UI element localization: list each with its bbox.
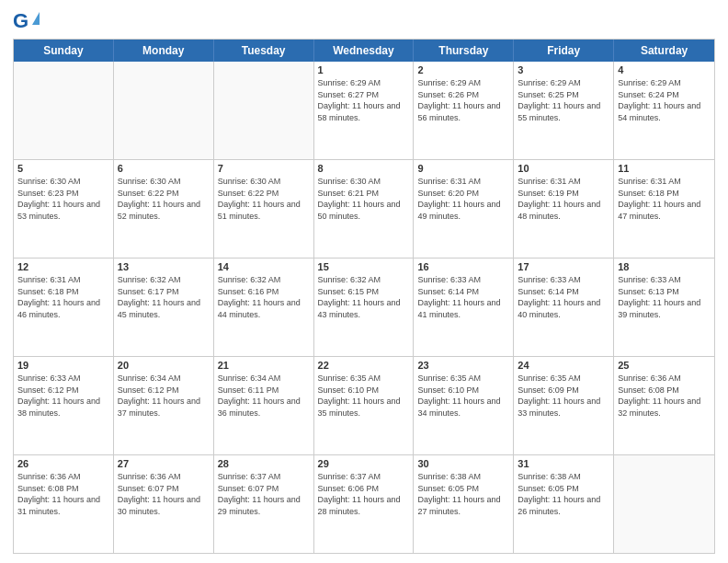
day-cell-20: 20Sunrise: 6:34 AM Sunset: 6:12 PM Dayli… [114, 357, 214, 454]
day-cell-7: 7Sunrise: 6:30 AM Sunset: 6:22 PM Daylig… [214, 160, 314, 258]
day-info: Sunrise: 6:30 AM Sunset: 6:22 PM Dayligh… [218, 176, 310, 222]
weekday-header-thursday: Thursday [414, 40, 514, 62]
day-info: Sunrise: 6:32 AM Sunset: 6:16 PM Dayligh… [218, 274, 310, 320]
day-info: Sunrise: 6:33 AM Sunset: 6:14 PM Dayligh… [518, 274, 609, 320]
day-number: 11 [618, 163, 711, 174]
day-cell-empty-4-6 [614, 455, 714, 553]
day-info: Sunrise: 6:29 AM Sunset: 6:27 PM Dayligh… [318, 77, 410, 123]
day-cell-18: 18Sunrise: 6:33 AM Sunset: 6:13 PM Dayli… [614, 259, 714, 356]
day-number: 7 [218, 163, 310, 174]
day-number: 29 [318, 458, 410, 469]
day-info: Sunrise: 6:38 AM Sunset: 6:05 PM Dayligh… [518, 471, 609, 517]
day-cell-1: 1Sunrise: 6:29 AM Sunset: 6:27 PM Daylig… [314, 62, 415, 159]
day-number: 27 [118, 458, 210, 469]
page: G SundayMondayTuesdayWednesdayThursdayFr… [0, 0, 728, 563]
day-info: Sunrise: 6:31 AM Sunset: 6:18 PM Dayligh… [618, 176, 711, 222]
day-cell-31: 31Sunrise: 6:38 AM Sunset: 6:05 PM Dayli… [514, 455, 614, 553]
weekday-header-wednesday: Wednesday [314, 40, 415, 62]
day-info: Sunrise: 6:32 AM Sunset: 6:17 PM Dayligh… [118, 274, 210, 320]
day-info: Sunrise: 6:36 AM Sunset: 6:07 PM Dayligh… [118, 471, 210, 517]
day-cell-24: 24Sunrise: 6:35 AM Sunset: 6:09 PM Dayli… [514, 357, 614, 454]
day-cell-28: 28Sunrise: 6:37 AM Sunset: 6:07 PM Dayli… [214, 455, 314, 553]
day-number: 9 [417, 163, 509, 174]
day-cell-26: 26Sunrise: 6:36 AM Sunset: 6:08 PM Dayli… [14, 455, 114, 553]
day-info: Sunrise: 6:31 AM Sunset: 6:20 PM Dayligh… [417, 176, 509, 222]
calendar-body: 1Sunrise: 6:29 AM Sunset: 6:27 PM Daylig… [14, 62, 714, 553]
header: G [13, 9, 715, 33]
day-cell-5: 5Sunrise: 6:30 AM Sunset: 6:23 PM Daylig… [14, 160, 114, 258]
day-info: Sunrise: 6:29 AM Sunset: 6:25 PM Dayligh… [518, 77, 609, 123]
day-number: 22 [318, 360, 410, 371]
day-info: Sunrise: 6:30 AM Sunset: 6:21 PM Dayligh… [318, 176, 410, 222]
day-number: 5 [17, 163, 109, 174]
day-number: 8 [318, 163, 410, 174]
day-cell-empty-0-1 [114, 62, 214, 159]
day-number: 30 [417, 458, 509, 469]
weekday-header-saturday: Saturday [614, 40, 714, 62]
day-number: 16 [417, 261, 509, 272]
day-number: 20 [118, 360, 210, 371]
day-number: 25 [618, 360, 711, 371]
day-info: Sunrise: 6:35 AM Sunset: 6:09 PM Dayligh… [518, 373, 609, 419]
day-number: 6 [118, 163, 210, 174]
day-cell-2: 2Sunrise: 6:29 AM Sunset: 6:26 PM Daylig… [414, 62, 514, 159]
day-number: 14 [218, 261, 310, 272]
day-cell-19: 19Sunrise: 6:33 AM Sunset: 6:12 PM Dayli… [14, 357, 114, 454]
day-cell-16: 16Sunrise: 6:33 AM Sunset: 6:14 PM Dayli… [414, 259, 514, 356]
day-info: Sunrise: 6:33 AM Sunset: 6:14 PM Dayligh… [417, 274, 509, 320]
day-number: 23 [417, 360, 509, 371]
day-info: Sunrise: 6:35 AM Sunset: 6:10 PM Dayligh… [417, 373, 509, 419]
day-number: 18 [618, 261, 711, 272]
day-info: Sunrise: 6:33 AM Sunset: 6:12 PM Dayligh… [17, 373, 109, 419]
day-cell-11: 11Sunrise: 6:31 AM Sunset: 6:18 PM Dayli… [614, 160, 714, 258]
day-cell-14: 14Sunrise: 6:32 AM Sunset: 6:16 PM Dayli… [214, 259, 314, 356]
day-number: 17 [518, 261, 609, 272]
day-number: 12 [17, 261, 109, 272]
day-cell-12: 12Sunrise: 6:31 AM Sunset: 6:18 PM Dayli… [14, 259, 114, 356]
day-number: 21 [218, 360, 310, 371]
calendar-row-4: 26Sunrise: 6:36 AM Sunset: 6:08 PM Dayli… [14, 455, 714, 553]
day-info: Sunrise: 6:34 AM Sunset: 6:11 PM Dayligh… [218, 373, 310, 419]
day-cell-29: 29Sunrise: 6:37 AM Sunset: 6:06 PM Dayli… [314, 455, 415, 553]
calendar-header: SundayMondayTuesdayWednesdayThursdayFrid… [14, 40, 714, 62]
day-number: 31 [518, 458, 609, 469]
logo-triangle-icon [32, 12, 40, 25]
weekday-header-tuesday: Tuesday [214, 40, 314, 62]
logo-text-lines [29, 12, 40, 30]
day-info: Sunrise: 6:29 AM Sunset: 6:24 PM Dayligh… [618, 77, 711, 123]
calendar-row-3: 19Sunrise: 6:33 AM Sunset: 6:12 PM Dayli… [14, 357, 714, 455]
day-info: Sunrise: 6:35 AM Sunset: 6:10 PM Dayligh… [318, 373, 410, 419]
day-cell-8: 8Sunrise: 6:30 AM Sunset: 6:21 PM Daylig… [314, 160, 415, 258]
day-cell-empty-0-2 [214, 62, 314, 159]
day-cell-3: 3Sunrise: 6:29 AM Sunset: 6:25 PM Daylig… [514, 62, 614, 159]
calendar-row-2: 12Sunrise: 6:31 AM Sunset: 6:18 PM Dayli… [14, 259, 714, 357]
weekday-header-friday: Friday [514, 40, 614, 62]
calendar-row-0: 1Sunrise: 6:29 AM Sunset: 6:27 PM Daylig… [14, 62, 714, 160]
day-info: Sunrise: 6:30 AM Sunset: 6:22 PM Dayligh… [118, 176, 210, 222]
day-info: Sunrise: 6:30 AM Sunset: 6:23 PM Dayligh… [17, 176, 109, 222]
logo-letter-g: G [13, 9, 28, 33]
weekday-header-sunday: Sunday [14, 40, 114, 62]
day-cell-9: 9Sunrise: 6:31 AM Sunset: 6:20 PM Daylig… [414, 160, 514, 258]
day-cell-30: 30Sunrise: 6:38 AM Sunset: 6:05 PM Dayli… [414, 455, 514, 553]
day-cell-empty-0-0 [14, 62, 114, 159]
day-number: 2 [417, 64, 509, 75]
day-number: 1 [318, 64, 410, 75]
day-cell-25: 25Sunrise: 6:36 AM Sunset: 6:08 PM Dayli… [614, 357, 714, 454]
day-info: Sunrise: 6:29 AM Sunset: 6:26 PM Dayligh… [417, 77, 509, 123]
day-info: Sunrise: 6:36 AM Sunset: 6:08 PM Dayligh… [618, 373, 711, 419]
day-info: Sunrise: 6:33 AM Sunset: 6:13 PM Dayligh… [618, 274, 711, 320]
day-number: 24 [518, 360, 609, 371]
day-number: 28 [218, 458, 310, 469]
day-cell-21: 21Sunrise: 6:34 AM Sunset: 6:11 PM Dayli… [214, 357, 314, 454]
day-cell-10: 10Sunrise: 6:31 AM Sunset: 6:19 PM Dayli… [514, 160, 614, 258]
day-number: 13 [118, 261, 210, 272]
day-number: 15 [318, 261, 410, 272]
logo: G [13, 9, 40, 33]
day-cell-22: 22Sunrise: 6:35 AM Sunset: 6:10 PM Dayli… [314, 357, 415, 454]
logo-blue [29, 12, 40, 30]
day-info: Sunrise: 6:37 AM Sunset: 6:06 PM Dayligh… [318, 471, 410, 517]
day-info: Sunrise: 6:32 AM Sunset: 6:15 PM Dayligh… [318, 274, 410, 320]
day-number: 26 [17, 458, 109, 469]
calendar: SundayMondayTuesdayWednesdayThursdayFrid… [13, 39, 715, 554]
